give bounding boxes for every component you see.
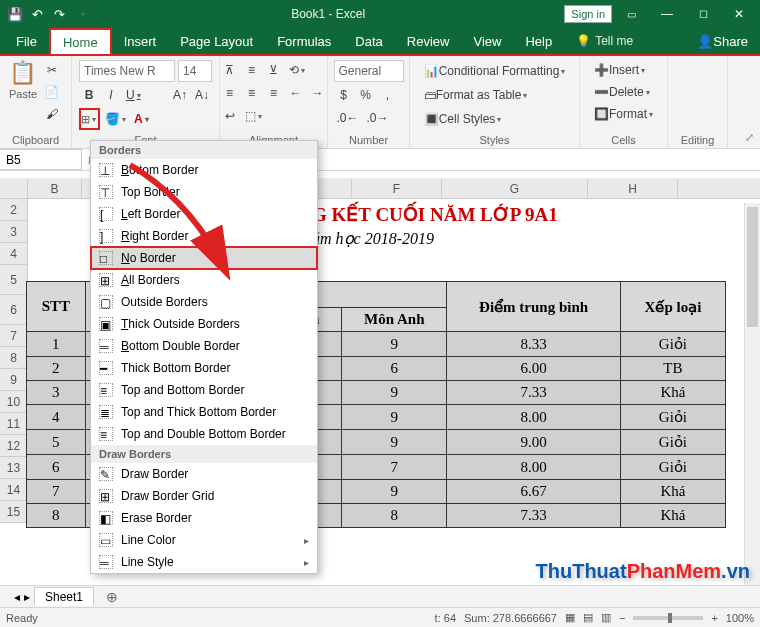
- col-header-H[interactable]: H: [588, 179, 678, 198]
- border-item-top-and-thick-bottom-border[interactable]: ≣Top and Thick Bottom Border: [91, 401, 317, 423]
- row-header-13[interactable]: 13: [0, 457, 28, 479]
- zoom-in-icon[interactable]: +: [711, 612, 717, 624]
- sheet-nav-prev-icon[interactable]: ◂: [14, 590, 20, 604]
- border-item-top-and-bottom-border[interactable]: ≡Top and Bottom Border: [91, 379, 317, 401]
- col-header-B[interactable]: B: [28, 179, 82, 198]
- draw-border-item-draw-border[interactable]: ✎Draw Border: [91, 463, 317, 485]
- qat-customize[interactable]: [72, 5, 92, 23]
- insert-cells-button[interactable]: ➕ Insert: [591, 60, 656, 80]
- increase-font-icon[interactable]: A↑: [170, 85, 190, 105]
- align-top-icon[interactable]: ⊼: [220, 60, 240, 80]
- zoom-out-icon[interactable]: −: [619, 612, 625, 624]
- ribbon-display-icon[interactable]: ▭: [614, 0, 648, 28]
- row-header-3[interactable]: 3: [0, 221, 28, 243]
- tab-review[interactable]: Review: [395, 28, 462, 54]
- align-left-icon[interactable]: ≡: [220, 83, 240, 103]
- number-format-box[interactable]: General: [334, 60, 404, 82]
- redo-icon[interactable]: ↷: [50, 5, 68, 23]
- font-color-button[interactable]: A: [131, 109, 152, 129]
- border-item-no-border[interactable]: □No Border: [91, 247, 317, 269]
- row-header-8[interactable]: 8: [0, 347, 28, 369]
- increase-decimal-icon[interactable]: .0←: [334, 108, 362, 128]
- draw-border-item-line-color[interactable]: ▭Line Color: [91, 529, 317, 551]
- border-item-thick-bottom-border[interactable]: ━Thick Bottom Border: [91, 357, 317, 379]
- zoom-slider[interactable]: [633, 616, 703, 620]
- draw-border-item-line-style[interactable]: ═Line Style: [91, 551, 317, 573]
- undo-icon[interactable]: ↶: [28, 5, 46, 23]
- view-pagebreak-icon[interactable]: ▥: [601, 611, 611, 624]
- tab-insert[interactable]: Insert: [112, 28, 169, 54]
- paste-icon[interactable]: 📋: [9, 60, 36, 86]
- row-header-7[interactable]: 7: [0, 325, 28, 347]
- border-item-bottom-double-border[interactable]: ═Bottom Double Border: [91, 335, 317, 357]
- border-item-top-and-double-bottom-border[interactable]: ≡Top and Double Bottom Border: [91, 423, 317, 445]
- row-header-14[interactable]: 14: [0, 479, 28, 501]
- conditional-formatting-button[interactable]: 📊 Conditional Formatting: [421, 60, 569, 82]
- view-layout-icon[interactable]: ▤: [583, 611, 593, 624]
- format-painter-icon[interactable]: 🖌: [42, 104, 62, 124]
- collapse-ribbon-icon[interactable]: ⤢: [745, 131, 754, 144]
- border-item-left-border[interactable]: [Left Border: [91, 203, 317, 225]
- border-item-thick-outside-borders[interactable]: ▣Thick Outside Borders: [91, 313, 317, 335]
- sheet-tab[interactable]: Sheet1: [34, 587, 94, 606]
- borders-split-button[interactable]: ⊞▾: [79, 108, 100, 130]
- align-bottom-icon[interactable]: ⊻: [264, 60, 284, 80]
- orientation-icon[interactable]: ⟲: [286, 60, 308, 80]
- view-normal-icon[interactable]: ▦: [565, 611, 575, 624]
- font-name-box[interactable]: Times New R: [79, 60, 175, 82]
- comma-icon[interactable]: ,: [378, 85, 398, 105]
- border-item-bottom-border[interactable]: ⊥Bottom Border: [91, 159, 317, 181]
- align-center-icon[interactable]: ≡: [242, 83, 262, 103]
- format-cells-button[interactable]: 🔲 Format: [591, 104, 656, 124]
- tab-help[interactable]: Help: [513, 28, 564, 54]
- row-header-2[interactable]: 2: [0, 199, 28, 221]
- vertical-scrollbar[interactable]: [744, 203, 760, 585]
- decrease-decimal-icon[interactable]: .0→: [364, 108, 392, 128]
- align-right-icon[interactable]: ≡: [264, 83, 284, 103]
- delete-cells-button[interactable]: ➖ Delete: [591, 82, 656, 102]
- format-as-table-button[interactable]: 🗃 Format as Table: [421, 84, 569, 106]
- sign-in-button[interactable]: Sign in: [564, 5, 612, 23]
- draw-border-item-erase-border[interactable]: ◧Erase Border: [91, 507, 317, 529]
- draw-border-item-draw-border-grid[interactable]: ⊞Draw Border Grid: [91, 485, 317, 507]
- italic-button[interactable]: I: [101, 85, 121, 105]
- bold-button[interactable]: B: [79, 85, 99, 105]
- subtitle-cell[interactable]: ăm học 2018-2019: [308, 227, 760, 249]
- border-item-top-border[interactable]: ⊤Top Border: [91, 181, 317, 203]
- border-item-all-borders[interactable]: ⊞All Borders: [91, 269, 317, 291]
- tab-file[interactable]: File: [4, 28, 49, 54]
- col-header-G[interactable]: G: [442, 179, 588, 198]
- cell-styles-button[interactable]: 🔳 Cell Styles: [421, 108, 569, 130]
- tell-me[interactable]: 💡Tell me: [564, 28, 645, 54]
- share-button[interactable]: 👤 Share: [685, 28, 760, 54]
- maximize-icon[interactable]: ☐: [686, 0, 720, 28]
- wrap-text-icon[interactable]: ↩: [220, 106, 240, 126]
- fill-color-button[interactable]: 🪣: [102, 109, 129, 129]
- increase-indent-icon[interactable]: →: [308, 83, 328, 103]
- row-header-11[interactable]: 11: [0, 413, 28, 435]
- tab-formulas[interactable]: Formulas: [265, 28, 343, 54]
- border-item-outside-borders[interactable]: ▢Outside Borders: [91, 291, 317, 313]
- tab-page-layout[interactable]: Page Layout: [168, 28, 265, 54]
- row-header-9[interactable]: 9: [0, 369, 28, 391]
- percent-icon[interactable]: %: [356, 85, 376, 105]
- tab-home[interactable]: Home: [49, 28, 112, 54]
- font-size-box[interactable]: 14: [178, 60, 212, 82]
- merge-center-icon[interactable]: ⬚: [242, 106, 265, 126]
- col-header-F[interactable]: F: [352, 179, 442, 198]
- copy-icon[interactable]: 📄: [41, 82, 62, 102]
- row-header-15[interactable]: 15: [0, 501, 28, 523]
- title-cell[interactable]: G KẾT CUỐI NĂM LỚP 9A1: [308, 199, 760, 227]
- new-sheet-icon[interactable]: ⊕: [98, 589, 126, 605]
- align-middle-icon[interactable]: ≡: [242, 60, 262, 80]
- decrease-indent-icon[interactable]: ←: [286, 83, 306, 103]
- close-icon[interactable]: ✕: [722, 0, 756, 28]
- row-header-6[interactable]: 6: [0, 295, 28, 325]
- row-header-10[interactable]: 10: [0, 391, 28, 413]
- row-headers[interactable]: 23456789101112131415: [0, 199, 28, 523]
- tab-data[interactable]: Data: [343, 28, 394, 54]
- save-icon[interactable]: 💾: [6, 5, 24, 23]
- row-header-5[interactable]: 5: [0, 265, 28, 295]
- name-box[interactable]: B5: [0, 149, 82, 170]
- tab-view[interactable]: View: [461, 28, 513, 54]
